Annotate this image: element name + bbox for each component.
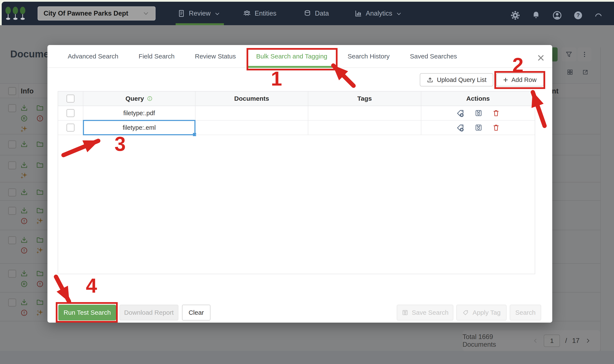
actions-cell: [421, 120, 535, 135]
download-report-label: Download Report: [124, 309, 174, 316]
nav-item-entities[interactable]: Entities: [243, 2, 277, 25]
top-navbar: City Of Pawnee Parks Dept Review Entitie…: [2, 2, 614, 25]
project-selector[interactable]: City Of Pawnee Parks Dept: [38, 6, 155, 21]
query-row-1: filetype:.pdf: [58, 106, 535, 120]
save-icon: [402, 309, 408, 316]
header-checkbox-cell: [58, 91, 83, 106]
plus-icon: +: [503, 76, 508, 84]
row-checkbox[interactable]: [67, 124, 75, 132]
notifications-icon[interactable]: [531, 11, 541, 20]
search-dialog: Advanced Search Field Search Review Stat…: [47, 45, 552, 323]
run-test-search-label: Run Test Search: [63, 309, 111, 316]
add-row-label: Add Row: [511, 76, 537, 83]
nav-item-review[interactable]: Review: [177, 2, 221, 25]
tags-column-header: Tags: [308, 91, 421, 106]
people-icon: [243, 9, 251, 18]
upload-icon: [427, 76, 433, 83]
actions-column-header: Actions: [421, 91, 535, 106]
close-icon[interactable]: ×: [537, 52, 544, 64]
clear-button[interactable]: Clear: [182, 305, 210, 321]
download-report-button[interactable]: Download Report: [119, 305, 178, 321]
select-all-checkbox[interactable]: [67, 94, 75, 103]
query-column-header: Query: [83, 91, 195, 106]
query-cell-focused[interactable]: filetype:.eml: [83, 120, 195, 135]
query-table-header-row: Query Documents Tags Actions: [58, 91, 535, 106]
delete-icon[interactable]: [492, 109, 500, 117]
nav-item-analytics[interactable]: Analytics: [354, 2, 402, 25]
documents-column-header: Documents: [195, 91, 308, 106]
tag-icon: [462, 309, 469, 316]
query-text: filetype:.eml: [123, 124, 156, 131]
row-checkbox-cell: [58, 120, 83, 135]
active-nav-underline: [176, 23, 224, 25]
apply-tag-button[interactable]: Apply Tag: [456, 305, 506, 321]
tab-advanced-search[interactable]: Advanced Search: [68, 45, 118, 67]
tab-review-status[interactable]: Review Status: [195, 45, 236, 67]
tab-saved-searches[interactable]: Saved Searches: [410, 45, 457, 67]
query-header-label: Query: [126, 95, 144, 102]
account-icon[interactable]: [552, 11, 562, 20]
row-checkbox[interactable]: [67, 109, 75, 117]
nav-item-label: Data: [315, 10, 329, 17]
nav-item-data[interactable]: Data: [303, 2, 329, 25]
save-icon[interactable]: [474, 124, 483, 132]
tab-field-search[interactable]: Field Search: [139, 45, 175, 67]
search-dialog-tabs: Advanced Search Field Search Review Stat…: [47, 45, 552, 68]
tab-search-history[interactable]: Search History: [348, 45, 390, 67]
info-icon[interactable]: [147, 95, 153, 102]
save-search-label: Save Search: [412, 309, 449, 316]
nav-item-label: Entities: [255, 10, 277, 17]
actions-cell: [421, 106, 535, 120]
row-checkbox-cell: [58, 106, 83, 120]
tag-add-icon[interactable]: [456, 123, 465, 132]
save-icon[interactable]: [474, 109, 483, 117]
chevron-down-icon: [142, 10, 150, 17]
tab-label: Bulk Search and Tagging: [256, 53, 327, 60]
app-logo-trees-icon: [5, 6, 26, 21]
nav-item-label: Analytics: [366, 10, 392, 17]
query-cell[interactable]: filetype:.pdf: [83, 106, 195, 120]
query-row-2: filetype:.eml: [58, 120, 535, 135]
project-selector-label: City Of Pawnee Parks Dept: [43, 10, 142, 17]
active-tab-underline: [248, 66, 336, 68]
upload-query-list-button[interactable]: Upload Query List: [420, 73, 493, 86]
save-search-button[interactable]: Save Search: [397, 305, 453, 321]
run-test-search-button[interactable]: Run Test Search: [58, 305, 116, 321]
tags-cell: [308, 106, 421, 120]
chevron-down-icon: [214, 11, 221, 17]
delete-icon[interactable]: [492, 124, 500, 132]
document-icon: [177, 9, 185, 17]
settings-icon[interactable]: [510, 11, 520, 20]
search-button[interactable]: Search: [510, 305, 541, 321]
documents-cell: [195, 120, 308, 135]
chevron-down-icon: [396, 11, 402, 17]
database-icon: [303, 9, 311, 17]
bulk-query-table: Query Documents Tags Actions filetype:.p…: [58, 91, 535, 274]
bar-chart-icon: [354, 9, 362, 17]
documents-cell: [195, 106, 308, 120]
loading-arc-icon: [594, 11, 603, 20]
tags-cell: [308, 120, 421, 135]
nav-item-label: Review: [189, 10, 211, 17]
apply-tag-label: Apply Tag: [473, 309, 501, 316]
help-icon[interactable]: [573, 11, 583, 20]
add-row-button[interactable]: + Add Row: [496, 73, 544, 86]
tab-bulk-search-and-tagging[interactable]: Bulk Search and Tagging: [256, 45, 327, 67]
upload-query-list-label: Upload Query List: [437, 76, 487, 83]
search-label: Search: [515, 309, 536, 316]
tag-add-icon[interactable]: [456, 109, 465, 117]
clear-label: Clear: [189, 309, 204, 316]
